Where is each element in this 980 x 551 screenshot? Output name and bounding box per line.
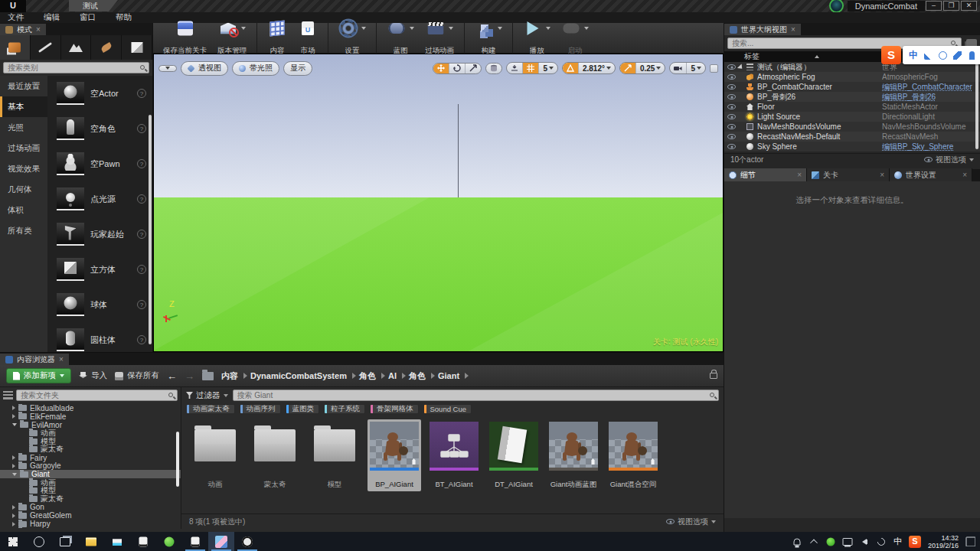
breadcrumb-item[interactable]: Giant bbox=[438, 371, 469, 380]
back-button[interactable]: ← bbox=[167, 370, 177, 382]
chevron-down-icon[interactable] bbox=[449, 27, 453, 30]
view-mode-button[interactable]: 带光照 bbox=[232, 61, 279, 76]
start-button[interactable] bbox=[0, 532, 26, 551]
toolbar-button[interactable]: 播放 bbox=[512, 20, 556, 56]
ime-tools-icon[interactable] bbox=[924, 51, 933, 60]
mode-category[interactable]: 基本 bbox=[0, 96, 47, 117]
move-tool-button[interactable] bbox=[433, 64, 449, 73]
sogou-ime-toolbar[interactable]: S 中 bbox=[881, 46, 980, 64]
surface-snap-button[interactable] bbox=[507, 63, 523, 73]
actor-type[interactable]: 编辑BP_骨刺26 bbox=[882, 92, 980, 103]
folder-tree-row[interactable]: 动画 bbox=[0, 429, 181, 437]
asset-tile[interactable]: Giant动画蓝图 bbox=[547, 419, 600, 491]
title-bar[interactable]: U 测试 DynamicCombat – ❐ ✕ bbox=[0, 0, 980, 12]
mode-category[interactable]: 几何体 bbox=[0, 179, 47, 200]
visibility-eye-icon[interactable] bbox=[727, 104, 736, 109]
actor-type[interactable]: NavMeshBoundsVolume bbox=[882, 122, 980, 131]
chevron-down-icon[interactable] bbox=[241, 27, 246, 30]
help-icon[interactable]: ? bbox=[137, 300, 146, 309]
actor-type[interactable]: DirectionalLight bbox=[882, 112, 980, 121]
folder-tree-row[interactable]: Harpy bbox=[0, 520, 181, 528]
visibility-eye-icon[interactable] bbox=[727, 124, 736, 129]
toolbar-button[interactable]: 构建 bbox=[464, 20, 508, 56]
add-new-button[interactable]: 添加新项 bbox=[6, 368, 71, 383]
world-outliner-tab[interactable]: 世界大纲视图 bbox=[724, 24, 801, 35]
chevron-down-icon[interactable] bbox=[546, 27, 550, 30]
perspective-button[interactable]: 透视图 bbox=[181, 61, 228, 76]
sogou-logo-icon[interactable]: S bbox=[881, 46, 901, 64]
path-folder-icon[interactable] bbox=[202, 372, 214, 380]
filter-chip[interactable]: 骨架网格体 bbox=[370, 404, 419, 414]
grid-snap-value[interactable]: 5 bbox=[539, 63, 557, 73]
task-view-button[interactable] bbox=[52, 532, 78, 551]
mode-category[interactable]: 所有类 bbox=[0, 220, 47, 241]
outliner-row[interactable]: Floor StaticMeshActor bbox=[724, 102, 980, 112]
scale-snap-button[interactable] bbox=[620, 63, 636, 73]
toolbar-button[interactable]: 设置 bbox=[328, 20, 371, 56]
filter-chip[interactable]: 蓝图类 bbox=[286, 404, 320, 414]
expand-arrow-icon[interactable] bbox=[12, 514, 15, 518]
folder-tree-row[interactable]: ElkFemale bbox=[0, 412, 181, 421]
ime-language-indicator[interactable]: 中 bbox=[893, 536, 902, 547]
actor-type[interactable]: AtmosphericFog bbox=[882, 73, 980, 81]
content-browser-tab[interactable]: 内容浏览器 bbox=[0, 354, 69, 365]
close-tab-icon[interactable] bbox=[962, 171, 967, 179]
close-tab-icon[interactable] bbox=[880, 171, 884, 179]
filter-chip[interactable]: 动画序列 bbox=[240, 404, 281, 414]
scale-tool-button[interactable] bbox=[466, 64, 481, 73]
actor-name[interactable]: NavMeshBoundsVolume bbox=[757, 122, 879, 131]
asset-tile[interactable]: Giant混合空间 bbox=[606, 419, 660, 491]
outliner-row[interactable]: Sky Sphere 编辑BP_Sky_Sphere bbox=[724, 142, 980, 152]
toolbar-button[interactable]: 内容 bbox=[256, 20, 292, 56]
folder-tree-row[interactable]: 蒙太奇 bbox=[0, 495, 181, 504]
actor-type[interactable]: StaticMeshActor bbox=[882, 103, 980, 111]
import-button[interactable]: 导入 bbox=[79, 370, 107, 381]
mode-category[interactable]: 视觉效果 bbox=[0, 158, 47, 179]
help-icon[interactable]: ? bbox=[137, 159, 146, 168]
folder-tree-row[interactable]: Gargoyle bbox=[0, 462, 181, 471]
asset-search-input[interactable] bbox=[233, 390, 720, 401]
folder-tree-row[interactable]: GreatGolem bbox=[0, 511, 181, 520]
close-tab-icon[interactable] bbox=[797, 171, 802, 179]
tree-scrollbar[interactable] bbox=[176, 432, 179, 487]
actor-name[interactable]: BP_CombatCharacter bbox=[757, 83, 879, 91]
close-tab-icon[interactable] bbox=[791, 25, 795, 34]
mode-landscape-tab[interactable] bbox=[61, 35, 92, 60]
breadcrumb-item[interactable]: 角色 bbox=[409, 370, 435, 382]
actor-name[interactable]: 测试（编辑器） bbox=[757, 62, 879, 73]
volume-icon[interactable] bbox=[860, 536, 870, 546]
asset-tile[interactable]: 动画 bbox=[188, 419, 242, 491]
mode-geometry-tab[interactable] bbox=[122, 35, 152, 60]
actor-name[interactable]: Floor bbox=[757, 103, 879, 111]
expand-arrow-icon[interactable] bbox=[12, 464, 15, 468]
folder-tree-row[interactable]: 蒙太奇 bbox=[0, 445, 181, 454]
actor-name[interactable]: BP_骨刺26 bbox=[757, 92, 879, 103]
modes-tab[interactable]: 模式 bbox=[0, 24, 46, 35]
asset-tile[interactable]: 模型 bbox=[308, 419, 361, 491]
menu-item[interactable]: 文件 bbox=[8, 12, 24, 23]
rotate-tool-button[interactable] bbox=[449, 64, 466, 73]
sources-toggle-icon[interactable] bbox=[3, 391, 13, 399]
actor-name[interactable]: Atmospheric Fog bbox=[757, 73, 879, 81]
breadcrumb-item[interactable]: 角色 bbox=[359, 370, 385, 382]
forward-button[interactable]: → bbox=[185, 370, 194, 382]
actor-name[interactable]: Light Source bbox=[757, 112, 879, 121]
outliner-row[interactable]: RecastNavMesh-Default RecastNavMesh bbox=[724, 132, 980, 142]
menu-item[interactable]: 编辑 bbox=[44, 12, 60, 23]
show-button[interactable]: 显示 bbox=[283, 61, 312, 76]
actor-name[interactable]: RecastNavMesh-Default bbox=[757, 132, 879, 141]
toolbar-button[interactable]: 市场 bbox=[292, 20, 323, 56]
label-column-header[interactable]: 标签 bbox=[744, 51, 760, 62]
outliner-row[interactable]: NavMeshBoundsVolume NavMeshBoundsVolume bbox=[724, 122, 980, 132]
help-icon[interactable]: ? bbox=[137, 124, 146, 133]
folder-tree-row[interactable]: Gon bbox=[0, 504, 181, 512]
visibility-eye-icon[interactable] bbox=[727, 144, 736, 149]
filter-chip[interactable]: 动画蒙太奇 bbox=[186, 404, 235, 414]
coordinate-system-toggle[interactable] bbox=[485, 63, 502, 74]
microsoft-store-icon[interactable] bbox=[104, 532, 130, 551]
camera-speed-button[interactable] bbox=[670, 63, 687, 73]
filter-chip[interactable]: 粒子系统 bbox=[324, 404, 365, 414]
placeable-item[interactable]: 空Actor ? bbox=[47, 76, 152, 111]
expand-arrow-icon[interactable] bbox=[737, 64, 744, 70]
toolbar-button[interactable]: 保存当前关卡 bbox=[158, 20, 212, 56]
